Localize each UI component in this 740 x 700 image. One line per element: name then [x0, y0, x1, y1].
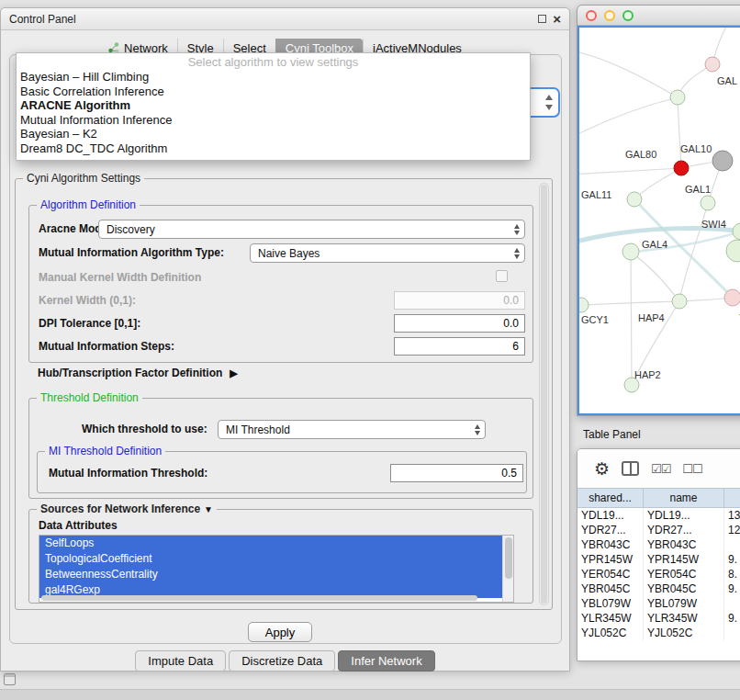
- network-node[interactable]: [705, 57, 720, 72]
- mi-threshold-field[interactable]: [390, 464, 523, 482]
- algorithm-popup: Select algorithm to view settings Bayesi…: [16, 52, 531, 161]
- manual-kernel-checkbox[interactable]: [496, 270, 508, 282]
- sources-toggle[interactable]: Sources for Network Inference▼: [37, 502, 217, 515]
- settings-group-title: Cyni Algorithm Settings: [23, 172, 144, 185]
- combo-arrows-icon: [514, 224, 520, 235]
- kernel-width-field[interactable]: [394, 291, 525, 310]
- table-cell: YDL19...: [577, 508, 644, 523]
- network-node[interactable]: [579, 298, 589, 312]
- network-node[interactable]: [733, 223, 740, 240]
- columns-icon[interactable]: [622, 461, 639, 476]
- network-node[interactable]: [701, 196, 715, 210]
- table-cell: YBR045C: [577, 581, 644, 596]
- network-canvas[interactable]: GALGAL80GAL10GAL11GAL1SWI4GAL4GCY1HAP4YH…: [577, 26, 740, 415]
- data-attributes-label: Data Attributes: [39, 519, 118, 532]
- float-window-icon[interactable]: [538, 15, 546, 23]
- mi-steps-label: Mutual Information Steps:: [39, 340, 174, 353]
- attribute-item-topologicalcoefficient[interactable]: TopologicalCoefficient: [39, 551, 502, 567]
- network-node[interactable]: [622, 243, 639, 260]
- dpi-tolerance-label: DPI Tolerance [0,1]:: [39, 317, 140, 330]
- close-icon[interactable]: ×: [553, 15, 561, 24]
- network-window-titlebar[interactable]: [577, 6, 740, 26]
- control-panel-titlebar[interactable]: Control Panel ×: [1, 8, 569, 30]
- table-toolbar: ⚙ ☑☑ ☐☐: [577, 449, 740, 488]
- select-all-icon[interactable]: ☑☑: [651, 462, 670, 476]
- column-header-name[interactable]: name: [644, 489, 724, 507]
- table-row[interactable]: YLR345WYLR345W9.: [577, 611, 740, 626]
- table-row[interactable]: YJL052CYJL052C: [577, 626, 740, 640]
- table-row[interactable]: YER054CYER054C8.: [577, 567, 740, 581]
- list-horizontal-scrollbar[interactable]: [41, 595, 477, 601]
- hub-definition-label: Hub/Transcription Factor Definition: [38, 367, 222, 379]
- table-cell: YER054C: [577, 567, 644, 581]
- algorithm-option-bayesian-k2[interactable]: Bayesian – K2: [17, 127, 530, 141]
- network-node[interactable]: [674, 161, 689, 175]
- gear-icon[interactable]: ⚙: [594, 460, 610, 478]
- attr-items: SelfLoopsTopologicalCoefficientBetweenne…: [39, 536, 513, 598]
- table-cell: 9.: [724, 581, 740, 596]
- table-cell: YJL052C: [577, 626, 644, 640]
- attribute-item-selfloops[interactable]: SelfLoops: [39, 536, 502, 551]
- network-node[interactable]: [670, 90, 685, 105]
- zoom-traffic-light-icon[interactable]: [622, 10, 633, 21]
- bottom-tab-impute-data[interactable]: Impute Data: [135, 650, 226, 672]
- table-cell: YER054C: [644, 567, 724, 581]
- table-row[interactable]: YPR145WYPR145W9.: [577, 552, 740, 567]
- mi-type-select[interactable]: Naive Bayes: [250, 243, 525, 263]
- list-vertical-scrollbar[interactable]: [502, 536, 513, 602]
- column-header-shared[interactable]: shared...: [577, 489, 644, 507]
- network-node[interactable]: [627, 192, 642, 207]
- apply-button[interactable]: Apply: [248, 622, 312, 642]
- network-edge: [579, 168, 681, 175]
- algorithm-option-mutual-information-inference[interactable]: Mutual Information Inference: [17, 113, 530, 128]
- collapsed-panel-icon[interactable]: [4, 673, 16, 685]
- bottom-tab-infer-network[interactable]: Infer Network: [338, 650, 434, 672]
- network-edge: [579, 51, 678, 97]
- network-node-label: GAL: [717, 75, 737, 86]
- network-node[interactable]: [712, 151, 733, 171]
- table-row[interactable]: YDL19...YDL19...13: [577, 508, 740, 523]
- network-edge: [581, 301, 679, 305]
- table-cell: YBL079W: [577, 596, 644, 611]
- dpi-tolerance-field[interactable]: [394, 314, 525, 333]
- network-node-label: HAP2: [634, 369, 661, 380]
- algorithm-option-bayesian-hill-climbing[interactable]: Bayesian – Hill Climbing: [17, 70, 530, 85]
- bottom-tabs: Impute DataDiscretize DataInfer Network: [1, 650, 569, 672]
- combo-arrows-icon: [475, 424, 480, 435]
- network-node-label: GAL4: [642, 239, 667, 250]
- which-threshold-label: Which threshold to use:: [82, 423, 207, 435]
- network-edge: [634, 168, 681, 199]
- table-row[interactable]: YBL079WYBL079W: [577, 596, 740, 611]
- table-row[interactable]: YBR043CYBR043C: [577, 537, 740, 552]
- algorithm-option-dream8-dc-tdc-algorithm[interactable]: Dream8 DC_TDC Algorithm: [17, 141, 530, 156]
- mi-steps-field[interactable]: [394, 337, 525, 356]
- table-cell: YJL052C: [644, 626, 724, 640]
- settings-scrollbar[interactable]: [539, 183, 549, 605]
- mi-threshold-group-title: MI Threshold Definition: [45, 445, 165, 457]
- attribute-item-betweennesscentrality[interactable]: BetweennessCentrality: [39, 567, 502, 582]
- threshold-definition-group: Threshold Definition Which threshold to …: [28, 398, 533, 499]
- table-cell: 8.: [724, 567, 740, 581]
- kernel-width-label: Kernel Width (0,1):: [39, 294, 136, 307]
- aracne-mode-value: Discovery: [107, 223, 155, 236]
- column-header-extra[interactable]: [724, 489, 740, 507]
- algorithm-definition-title: Algorithm Definition: [37, 198, 140, 211]
- table-cell: YDL19...: [644, 508, 724, 523]
- network-node[interactable]: [724, 289, 740, 306]
- network-node[interactable]: [672, 294, 687, 309]
- network-edge: [631, 252, 632, 385]
- which-threshold-value: MI Threshold: [226, 423, 290, 436]
- table-cell: YLR345W: [644, 611, 724, 626]
- minimize-traffic-light-icon[interactable]: [604, 10, 615, 21]
- close-traffic-light-icon[interactable]: [586, 10, 597, 21]
- hub-definition-toggle[interactable]: Hub/Transcription Factor Definition▶: [38, 367, 238, 379]
- deselect-all-icon[interactable]: ☐☐: [682, 462, 701, 476]
- algorithm-option-basic-correlation-inference[interactable]: Basic Correlation Inference: [17, 85, 530, 99]
- which-threshold-select[interactable]: MI Threshold: [218, 420, 486, 439]
- bottom-tab-discretize-data[interactable]: Discretize Data: [229, 650, 335, 672]
- network-node[interactable]: [726, 240, 740, 262]
- table-row[interactable]: YDR27...YDR27...12: [577, 523, 740, 537]
- algorithm-option-aracne-algorithm[interactable]: ARACNE Algorithm: [17, 98, 530, 113]
- table-row[interactable]: YBR045CYBR045C9.: [577, 581, 740, 596]
- aracne-mode-select[interactable]: Discovery: [98, 220, 525, 239]
